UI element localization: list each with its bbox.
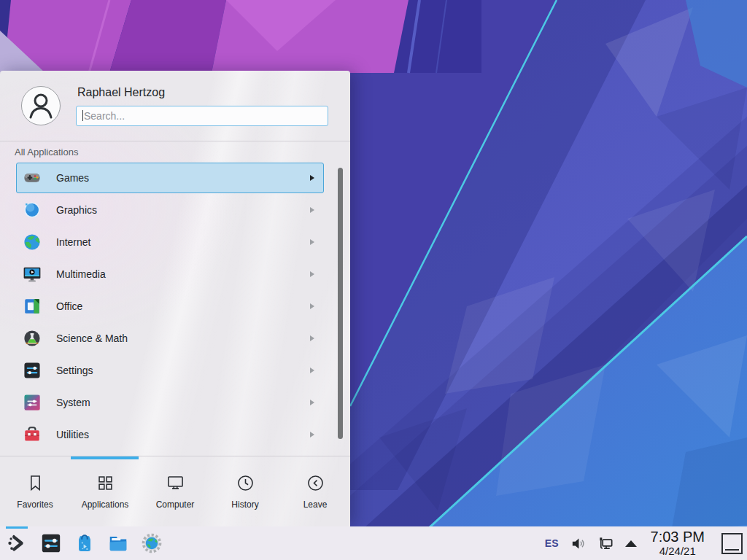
digital-clock[interactable]: 7:03 PM 4/24/21 <box>651 529 705 557</box>
taskbar-panel: ES 7:03 PM 4/24/21 <box>0 526 747 560</box>
user-avatar-icon[interactable] <box>20 85 61 126</box>
taskbar-app-web-browser[interactable] <box>140 532 163 555</box>
taskbar-app-file-manager[interactable] <box>107 532 130 555</box>
menu-item-system[interactable]: System <box>16 387 324 418</box>
clock-date: 4/24/21 <box>651 545 705 557</box>
system-icon <box>23 393 42 412</box>
tabbar-container: FavoritesApplicationsComputerHistoryLeav… <box>0 456 350 526</box>
menu-item-label: Settings <box>56 365 310 376</box>
leave-icon <box>306 473 325 493</box>
history-icon <box>236 473 255 493</box>
tab-computer[interactable]: Computer <box>140 456 210 526</box>
internet-icon <box>23 233 42 252</box>
show-desktop-button[interactable] <box>721 533 743 554</box>
settings-icon <box>23 361 42 380</box>
system-tray: ES 7:03 PM 4/24/21 <box>545 529 743 557</box>
taskbar-app-system-settings[interactable] <box>39 532 63 555</box>
submenu-arrow-icon <box>310 239 314 245</box>
submenu-arrow-icon <box>310 400 314 405</box>
user-name: Raphael Hertzog <box>77 86 328 99</box>
list-scrollbar[interactable] <box>338 168 343 439</box>
menu-item-multimedia[interactable]: Multimedia <box>16 259 324 289</box>
games-icon <box>23 168 42 187</box>
taskbar-launchers <box>6 526 163 560</box>
menu-item-label: Science & Math <box>56 332 310 344</box>
search-input[interactable]: Search... <box>76 106 328 126</box>
menu-item-label: Internet <box>56 236 310 248</box>
desktop: Raphael Hertzog Search... All Applicatio… <box>0 0 747 560</box>
submenu-arrow-icon <box>310 271 314 277</box>
text-caret <box>82 110 83 121</box>
office-icon <box>23 297 42 316</box>
menu-item-office[interactable]: Office <box>16 291 324 322</box>
menu-item-internet[interactable]: Internet <box>16 227 324 257</box>
menu-item-label: Multimedia <box>56 268 310 280</box>
active-tab-indicator <box>71 456 139 459</box>
tab-label: Leave <box>303 499 328 510</box>
submenu-arrow-icon <box>310 303 314 309</box>
menu-item-label: Utilities <box>56 429 310 440</box>
submenu-arrow-icon <box>310 432 314 438</box>
konqueror-icon <box>141 532 163 554</box>
launcher-tabbar: FavoritesApplicationsComputerHistoryLeav… <box>0 456 350 526</box>
menu-item-graphics[interactable]: Graphics <box>16 195 324 225</box>
systemsettings-icon <box>40 532 62 554</box>
tab-label: Applications <box>82 499 129 510</box>
tab-label: Computer <box>156 499 195 510</box>
multimedia-icon <box>23 265 42 284</box>
dolphin-icon <box>107 532 129 554</box>
menu-item-label: Graphics <box>56 204 310 216</box>
submenu-arrow-icon <box>310 335 314 341</box>
section-label: All Applications <box>0 141 350 160</box>
menu-item-utilities[interactable]: Utilities <box>16 419 324 450</box>
tabbar-separator <box>0 456 350 456</box>
network-icon[interactable] <box>597 535 614 552</box>
favorites-icon <box>26 473 45 493</box>
utilities-icon <box>23 425 42 444</box>
keyboard-layout-indicator[interactable]: ES <box>545 537 559 549</box>
application-launcher-popup: Raphael Hertzog Search... All Applicatio… <box>0 71 350 526</box>
menu-item-help[interactable]: Help <box>16 451 324 454</box>
submenu-arrow-icon <box>310 175 314 181</box>
application-category-list: GamesGraphicsInternetMultimediaOfficeSci… <box>0 160 350 454</box>
tab-label: History <box>231 499 258 510</box>
taskbar-app-application-launcher[interactable] <box>6 532 29 555</box>
expand-tray-icon[interactable] <box>625 540 637 547</box>
submenu-arrow-icon <box>310 368 314 373</box>
kickoff-icon <box>7 532 28 554</box>
discover-icon <box>74 532 96 554</box>
menu-item-label: Games <box>56 172 310 184</box>
menu-item-settings[interactable]: Settings <box>16 355 324 386</box>
menu-item-games[interactable]: Games <box>16 163 324 193</box>
tab-label: Favorites <box>17 499 53 510</box>
computer-icon <box>166 473 185 493</box>
tab-leave[interactable]: Leave <box>280 456 350 526</box>
tab-applications[interactable]: Applications <box>70 456 140 526</box>
tab-history[interactable]: History <box>210 456 280 526</box>
volume-icon[interactable] <box>570 535 587 552</box>
launcher-header: Raphael Hertzog Search... <box>0 71 350 141</box>
graphics-icon <box>23 201 42 219</box>
science-icon <box>23 329 42 348</box>
taskbar-app-discover[interactable] <box>73 532 96 555</box>
menu-item-label: System <box>56 397 310 408</box>
menu-item-science-math[interactable]: Science & Math <box>16 323 324 354</box>
tab-favorites[interactable]: Favorites <box>0 456 70 526</box>
menu-item-label: Office <box>56 300 310 312</box>
search-placeholder: Search... <box>84 110 125 122</box>
applications-icon <box>96 473 115 493</box>
submenu-arrow-icon <box>310 207 314 213</box>
clock-time: 7:03 PM <box>651 529 705 545</box>
